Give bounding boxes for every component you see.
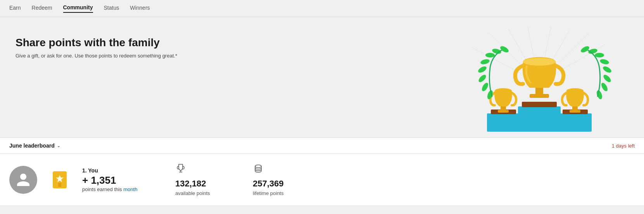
hero-subtitle: Give a gift, or ask for one. Use those p…: [16, 53, 248, 59]
lifetime-points-block: 257,369 lifetime points: [253, 163, 315, 196]
available-points-label: available points: [175, 190, 210, 196]
svg-rect-15: [535, 88, 543, 95]
svg-point-17: [523, 58, 556, 66]
lifetime-points-value: 257,369: [253, 179, 284, 189]
hero-section: Share points with the family Give a gift…: [0, 17, 644, 137]
hero-title: Share points with the family: [16, 37, 248, 49]
svg-rect-20: [498, 110, 509, 113]
nav-winners[interactable]: Winners: [130, 5, 150, 12]
user-leaderboard-row: 1. You + 1,351 points earned this month …: [0, 154, 644, 206]
svg-rect-8: [518, 106, 561, 132]
user-avatar-icon: [16, 172, 31, 188]
svg-rect-16: [530, 94, 549, 98]
nav-status[interactable]: Status: [104, 5, 119, 12]
leaderboard-bar: June leaderboard ⌄ 1 days left: [0, 137, 644, 154]
user-monthly-points: + 1,351: [82, 174, 160, 186]
svg-point-34: [602, 73, 612, 83]
svg-rect-11: [522, 102, 557, 107]
svg-rect-19: [501, 106, 506, 110]
svg-rect-42: [58, 183, 61, 187]
trophy-illustration: [458, 25, 621, 137]
svg-rect-10: [559, 113, 592, 132]
available-points-block: 132,182 available points: [175, 163, 237, 196]
nav-earn[interactable]: Earn: [9, 5, 21, 12]
svg-rect-9: [487, 113, 520, 132]
svg-point-37: [595, 53, 604, 57]
user-rank-name: 1. You: [82, 167, 160, 174]
lifetime-points-icon: [253, 163, 264, 176]
user-info-block: 1. You + 1,351 points earned this month: [82, 167, 160, 192]
medal-badge-icon: [53, 171, 67, 188]
leaderboard-title-text: June leaderboard: [9, 143, 55, 149]
svg-point-27: [477, 65, 488, 74]
user-points-label: points earned this month: [82, 186, 160, 192]
svg-point-25: [481, 82, 489, 92]
svg-point-35: [602, 65, 613, 74]
available-points-value: 132,182: [175, 179, 206, 189]
days-left-badge: 1 days left: [612, 143, 635, 149]
nav-redeem[interactable]: Redeem: [32, 5, 52, 12]
svg-point-29: [485, 53, 495, 57]
svg-point-32: [596, 90, 603, 100]
svg-point-28: [480, 58, 490, 65]
nav-community[interactable]: Community: [63, 4, 93, 13]
leaderboard-dropdown[interactable]: June leaderboard ⌄: [9, 143, 60, 149]
avatar: [9, 166, 37, 194]
available-points-icon: [175, 163, 186, 176]
svg-rect-22: [572, 106, 578, 110]
svg-point-33: [600, 82, 609, 92]
svg-point-36: [599, 58, 609, 65]
hero-text-block: Share points with the family Give a gift…: [16, 37, 248, 59]
navigation: Earn Redeem Community Status Winners: [0, 0, 644, 17]
svg-rect-23: [570, 110, 580, 113]
svg-point-45: [255, 165, 261, 168]
svg-point-26: [477, 73, 487, 83]
lifetime-points-label: lifetime points: [253, 190, 283, 196]
chevron-down-icon: ⌄: [57, 144, 60, 148]
